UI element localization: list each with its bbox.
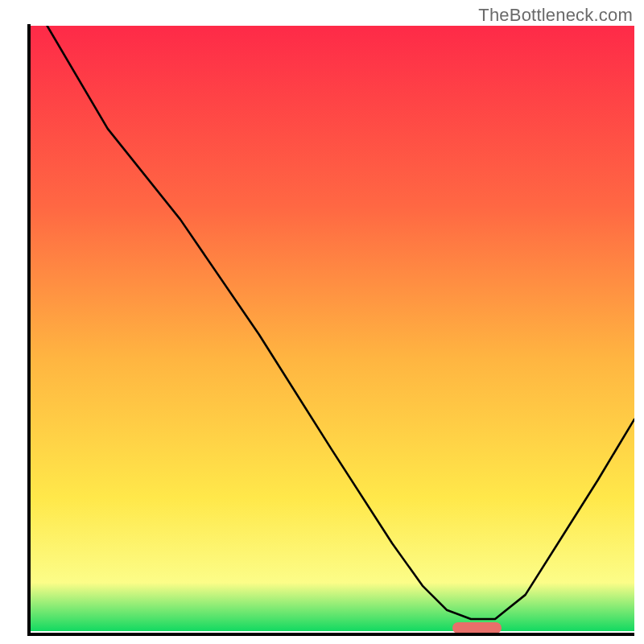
watermark-text: TheBottleneck.com (478, 5, 633, 26)
optimal-marker (452, 622, 501, 634)
curve-layer (29, 26, 634, 631)
plot-inner (29, 26, 634, 636)
bottleneck-curve (47, 26, 634, 619)
plot-area (29, 26, 634, 636)
chart-stage: TheBottleneck.com (0, 0, 644, 644)
